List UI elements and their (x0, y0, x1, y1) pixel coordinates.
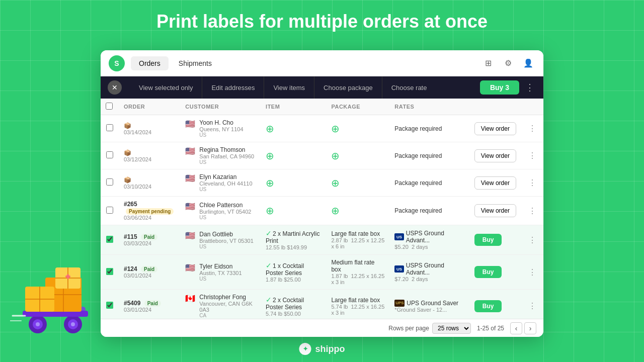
account-icon[interactable]: 👤 (521, 56, 535, 70)
more-col-header (521, 99, 543, 115)
prev-page-button[interactable]: ‹ (510, 322, 522, 334)
carrier-name: UPS Ground Saver (407, 300, 458, 307)
row-checkbox[interactable] (106, 178, 113, 186)
customer-col-header: CUSTOMER (180, 99, 261, 115)
action-bar: ✕ View selected only Edit addresses View… (101, 76, 543, 99)
hero-title: Print labels for multiple orders at once (0, 0, 644, 40)
row-checkbox[interactable] (106, 124, 113, 131)
view-items-button[interactable]: View items (264, 76, 314, 99)
row-more-icon[interactable]: ⋮ (526, 206, 538, 216)
action-cell: Buy (469, 255, 521, 290)
package-cell: Large flat rate box5.74 lb 12.25 x 16.25… (326, 290, 389, 319)
add-package-icon[interactable]: ⊕ (331, 205, 340, 216)
package-cell: ⊕ (326, 115, 389, 142)
item-cell: ⊕ (261, 142, 326, 169)
action-cell: View order (469, 142, 521, 169)
tab-orders[interactable]: Orders (131, 56, 169, 70)
row-more-cell: ⋮ (521, 197, 543, 225)
row-more-icon[interactable]: ⋮ (526, 177, 538, 188)
table-row: #115 Paid03/03/2024🇺🇸Dan GottliebBrattle… (101, 225, 543, 255)
rows-per-page-select[interactable]: 25 rows 50 rows (432, 323, 471, 334)
package-dims: 5.74 lb 12.25 x 16.25 x 3 in (331, 304, 384, 316)
table-row: #5409 Paid03/01/2024🇨🇦Christopher FongVa… (101, 290, 543, 319)
package-cell: ⊕ (326, 142, 389, 169)
row-checkbox[interactable] (106, 151, 113, 158)
row-more-icon[interactable]: ⋮ (526, 150, 538, 161)
country-flag: 🇨🇦 (185, 294, 195, 303)
settings-icon[interactable]: ⚙ (501, 56, 515, 70)
select-all-header[interactable] (101, 99, 119, 115)
rate-cell: Package required (389, 197, 469, 225)
customer-cell: 🇺🇸Dan GottliebBrattleboro, VT 05301US (180, 225, 261, 255)
buy-label-button[interactable]: Buy (474, 266, 502, 278)
action-more-icon[interactable]: ⋮ (523, 82, 536, 93)
add-item-icon[interactable]: ⊕ (266, 150, 274, 161)
action-col-header (469, 99, 521, 115)
row-checkbox[interactable] (106, 207, 113, 214)
order-cell: #265 Payment pending03/06/2024 (119, 197, 180, 225)
package-cell: Large flat rate box2.87 lb 12.25 x 12.25… (326, 225, 389, 255)
action-cell: View order (469, 197, 521, 225)
view-order-button[interactable]: View order (474, 176, 516, 190)
package-name: Large flat rate box (331, 297, 384, 304)
item-weight: 5.74 lb $50.00 (266, 311, 321, 317)
buy-button[interactable]: Buy 3 (480, 80, 519, 95)
add-item-icon[interactable]: ⊕ (266, 177, 274, 189)
close-selection-button[interactable]: ✕ (108, 80, 122, 95)
country-code: US (199, 132, 243, 138)
action-cell: Buy (469, 290, 521, 319)
item-weight: 12.55 lb $149.99 (266, 244, 321, 250)
country-flag: 🇺🇸 (185, 146, 195, 156)
row-checkbox[interactable] (106, 302, 113, 309)
customer-name: Regina Thomson (199, 146, 254, 153)
add-item-icon[interactable]: ⊕ (266, 205, 274, 216)
row-checkbox[interactable] (106, 268, 113, 275)
row-more-icon[interactable]: ⋮ (526, 267, 538, 278)
tab-shipments[interactable]: Shipments (171, 56, 220, 70)
country-code: US (199, 244, 253, 249)
view-order-button[interactable]: View order (474, 204, 516, 217)
order-icon: 📦 (124, 122, 175, 129)
carrier-icon: UPS (394, 300, 405, 307)
rows-per-page-label: Rows per page (388, 325, 429, 332)
country-code: US (199, 276, 242, 282)
rate-cell: Package required (389, 169, 469, 197)
customer-cell: 🇺🇸Elyn KazarianCleveland, OH 44110US (180, 169, 261, 197)
shippo-brand-name: shippo (315, 344, 345, 354)
row-more-cell: ⋮ (521, 225, 543, 255)
row-more-icon[interactable]: ⋮ (526, 301, 538, 311)
row-more-icon[interactable]: ⋮ (526, 123, 538, 134)
add-package-icon[interactable]: ⊕ (331, 123, 340, 134)
buy-label-button[interactable]: Buy (474, 300, 502, 312)
buy-label-button[interactable]: Buy (474, 234, 502, 246)
add-item-icon[interactable]: ⊕ (266, 123, 274, 134)
view-order-button[interactable]: View order (474, 122, 516, 135)
view-selected-only-button[interactable]: View selected only (130, 76, 202, 99)
customer-cell: 🇺🇸Chloe PattersonBurlington, VT 05402US (180, 197, 261, 225)
package-dims: 2.87 lb 12.25 x 12.25 x 6 in (331, 237, 384, 249)
grid-icon[interactable]: ⊞ (481, 56, 495, 70)
app-window: S Orders Shipments ⊞ ⚙ 👤 ✕ View selected… (101, 50, 543, 337)
next-page-button[interactable]: › (524, 322, 536, 334)
row-more-icon[interactable]: ⋮ (526, 235, 538, 245)
rate-price: $7.20 2 days (394, 276, 428, 282)
customer-city: Cleveland, OH 44110 (199, 180, 252, 187)
select-all-checkbox[interactable] (106, 103, 113, 110)
choose-rate-button[interactable]: Choose rate (382, 76, 436, 99)
choose-package-button[interactable]: Choose package (314, 76, 382, 99)
country-code: US (199, 159, 254, 165)
order-number: #124 Paid (124, 265, 175, 273)
package-cell: ⊕ (326, 169, 389, 197)
item-cell: ⊕ (261, 169, 326, 197)
row-checkbox[interactable] (106, 236, 113, 243)
rate-price: *Ground Saver - 12... (394, 307, 447, 313)
edit-addresses-button[interactable]: Edit addresses (202, 76, 264, 99)
orders-table-wrap: ORDER CUSTOMER ITEM PACKAGE RATES 📦03/14… (101, 99, 543, 319)
table-row: 📦03/14/2024🇺🇸Yoon H. ChoQueens, NY 1104U… (101, 115, 543, 142)
item-cell: ⊕ (261, 115, 326, 142)
order-icon: 📦 (124, 176, 175, 184)
add-package-icon[interactable]: ⊕ (331, 150, 340, 161)
view-order-button[interactable]: View order (474, 149, 516, 162)
add-package-icon[interactable]: ⊕ (331, 177, 340, 189)
rate-cell: UPSUPS Ground Saver*Ground Saver - 12... (389, 290, 469, 319)
